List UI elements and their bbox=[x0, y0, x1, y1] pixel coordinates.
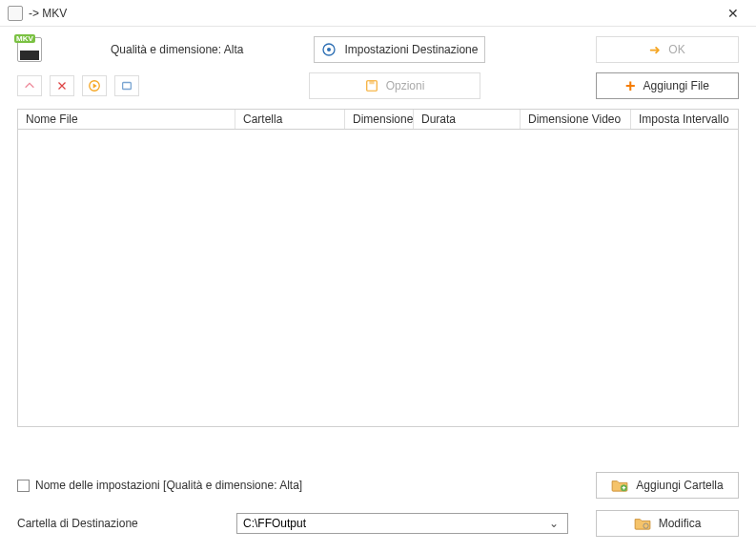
column-filename[interactable]: Nome File bbox=[18, 110, 235, 129]
app-icon bbox=[8, 6, 23, 21]
icon-toolbar bbox=[17, 75, 139, 96]
column-duration[interactable]: Durata bbox=[414, 110, 521, 129]
add-folder-button[interactable]: Aggiungi Cartella bbox=[596, 472, 739, 499]
titlebar: -> MKV ✕ bbox=[0, 0, 756, 27]
play-button[interactable] bbox=[82, 75, 107, 96]
move-up-button[interactable] bbox=[17, 75, 42, 96]
destination-folder-value: C:\FFOutput bbox=[243, 517, 306, 530]
bottom-panel: Nome delle impostazioni [Qualità e dimen… bbox=[17, 472, 739, 537]
table-header: Nome File Cartella Dimensione Durata Dim… bbox=[17, 109, 739, 130]
column-set-interval[interactable]: Imposta Intervallo bbox=[631, 110, 738, 129]
toolbar-row-2: Opzioni + Aggiungi File bbox=[0, 69, 756, 109]
destination-settings-label: Impostazioni Destinazione bbox=[344, 43, 478, 56]
svg-rect-3 bbox=[123, 83, 132, 90]
remove-button[interactable] bbox=[50, 75, 74, 96]
mkv-format-icon: MKV bbox=[17, 37, 42, 62]
chevron-down-icon: ⌄ bbox=[546, 517, 562, 530]
ok-button[interactable]: ➜ OK bbox=[596, 36, 739, 63]
quality-label: Qualità e dimensione: Alta bbox=[111, 43, 243, 56]
destination-settings-button[interactable]: Impostazioni Destinazione bbox=[314, 36, 485, 63]
folder-add-icon bbox=[611, 479, 628, 492]
play-icon bbox=[88, 79, 101, 92]
folder-gear-icon bbox=[634, 517, 651, 530]
destination-folder-label: Cartella di Destinazione bbox=[17, 517, 236, 530]
destination-folder-select[interactable]: C:\FFOutput ⌄ bbox=[236, 513, 568, 534]
table-body-empty[interactable] bbox=[17, 130, 739, 427]
x-icon bbox=[55, 79, 69, 92]
svg-point-1 bbox=[327, 48, 331, 51]
destination-folder-row: Cartella di Destinazione C:\FFOutput ⌄ M… bbox=[17, 510, 739, 537]
svg-rect-5 bbox=[369, 81, 374, 85]
column-size[interactable]: Dimensione bbox=[345, 110, 414, 129]
column-folder[interactable]: Cartella bbox=[235, 110, 345, 129]
add-folder-label: Aggiungi Cartella bbox=[636, 479, 723, 492]
plus-icon: + bbox=[625, 77, 636, 94]
toolbar-row-1: MKV Qualità e dimensione: Alta Impostazi… bbox=[0, 27, 756, 69]
settings-name-label: Nome delle impostazioni [Qualità e dimen… bbox=[35, 479, 302, 492]
settings-name-row: Nome delle impostazioni [Qualità e dimen… bbox=[17, 472, 739, 499]
close-icon[interactable]: ✕ bbox=[718, 2, 748, 25]
arrow-right-icon: ➜ bbox=[649, 42, 661, 57]
file-table: Nome File Cartella Dimensione Durata Dim… bbox=[17, 109, 739, 427]
save-icon bbox=[365, 79, 378, 92]
rect-icon bbox=[120, 79, 133, 92]
settings-name-checkbox[interactable] bbox=[17, 480, 30, 492]
target-gear-icon bbox=[321, 42, 337, 57]
modify-label: Modifica bbox=[659, 517, 702, 530]
ok-label: OK bbox=[668, 43, 684, 56]
add-file-label: Aggiungi File bbox=[644, 79, 709, 92]
options-button[interactable]: Opzioni bbox=[309, 72, 480, 99]
info-button[interactable] bbox=[114, 75, 139, 96]
up-icon bbox=[23, 79, 36, 92]
column-video-size[interactable]: Dimensione Video bbox=[521, 110, 631, 129]
add-file-button[interactable]: + Aggiungi File bbox=[596, 72, 739, 99]
window-title: -> MKV bbox=[29, 7, 67, 20]
options-label: Opzioni bbox=[386, 79, 425, 92]
modify-button[interactable]: Modifica bbox=[596, 510, 739, 537]
